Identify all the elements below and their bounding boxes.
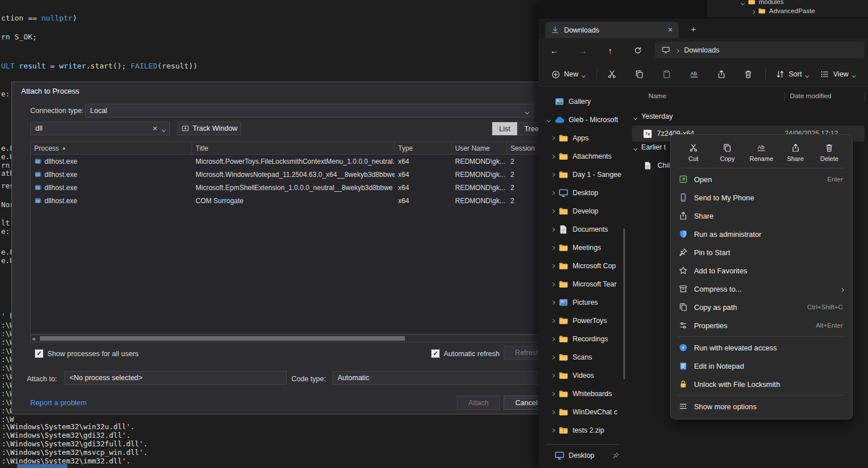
table-row[interactable]: dllhost.exe Microsoft.WindowsNotepad_11.… [31,168,538,181]
header-label: Session [510,144,535,152]
sidebar-item-tests-zip[interactable]: tests 2.zip [543,421,623,439]
close-tab-icon[interactable]: ✕ [668,26,673,34]
column-header-session[interactable]: Session [507,142,538,154]
column-header-process[interactable]: Process▲ [31,142,192,154]
track-window-button[interactable]: Track Window [177,122,241,135]
quick-action-share[interactable]: Share [778,139,813,166]
menu-item-show-more-options[interactable]: Show more options [673,397,850,415]
forward-button[interactable]: → [576,43,590,57]
notepad-icon [679,361,688,370]
scroll-left-icon[interactable]: ◀ [32,336,35,342]
view-button[interactable]: View [816,66,859,82]
connection-type-label: Connection type: [30,106,84,115]
menu-item-run-with-elevated-access[interactable]: Run with elevated access [673,338,850,357]
sidebar-item-windevchat[interactable]: WinDevChat c [543,403,623,421]
menu-item-pin-to-start[interactable]: Pin to Start [673,243,850,261]
process-filter-input[interactable]: dll ✕ [30,122,170,135]
automatic-refresh-checkbox[interactable]: ✓ [431,349,440,358]
connection-type-select[interactable]: Local [85,104,533,118]
sidebar-item-day1[interactable]: Day 1 - Sangee [543,166,623,184]
menu-item-send-to-phone[interactable]: Send to My Phone [673,188,850,207]
tree-view-button[interactable]: Tree [518,122,538,135]
sidebar-item-attachments[interactable]: Attachments [543,147,623,166]
sidebar-item-documents[interactable]: Documents [543,220,623,239]
sidebar-item-develop[interactable]: Develop [543,202,623,220]
show-processes-checkbox[interactable]: ✓ [35,349,43,358]
sidebar-item-desktop[interactable]: Desktop [543,184,623,202]
column-divider[interactable] [784,92,785,101]
menu-separator [678,336,845,337]
group-header-earlier[interactable]: Earlier t [634,143,666,151]
horizontal-scrollbar[interactable]: ◀ [30,334,538,342]
attach-to-field[interactable]: <No process selected> [64,371,287,385]
menu-item-properties[interactable]: Properties Alt+Enter [673,316,850,334]
menu-item-run-as-administrator[interactable]: Run as administrator [673,225,850,243]
rename-button[interactable] [684,66,704,82]
quick-action-copy[interactable]: Copy [711,139,745,166]
quick-action-cut[interactable]: Cut [676,139,711,166]
column-divider[interactable] [865,92,865,101]
scrollbar-thumb[interactable] [40,336,405,341]
sidebar-item-scans[interactable]: Scans [543,348,623,366]
refresh-button[interactable]: Refresh [504,346,538,360]
context-menu: Cut Copy Rename Share Delete Open [670,134,853,419]
downloads-tab[interactable]: Downloads ✕ [545,22,679,38]
sidebar-item-recordings[interactable]: Recordings [543,330,623,348]
sidebar-item-desktop-pinned[interactable]: Desktop [543,446,623,465]
table-row[interactable]: dllhost.exe COM Surrogate x64 REDMOND\gk… [31,194,538,207]
code-type-field[interactable]: Automatic [332,371,538,385]
report-problem-link[interactable]: Report a problem [30,398,87,407]
cut-button[interactable] [602,66,622,82]
menu-item-open[interactable]: Open Enter [673,170,850,188]
table-row[interactable]: dllhost.exe Microsoft.PowerToys.FileLock… [31,155,538,168]
cancel-button[interactable]: Cancel [504,396,538,410]
menu-item-label: Properties [694,321,727,330]
new-button[interactable]: New [546,66,590,82]
copy-button[interactable] [630,66,649,82]
sidebar-item-apps[interactable]: Apps [543,129,623,147]
group-header-yesterday[interactable]: Yesterday [634,112,673,120]
new-tab-button[interactable]: + [688,23,699,34]
share-button[interactable] [712,66,731,82]
menu-item-copy-as-path[interactable]: Copy as path Ctrl+Shift+C [673,298,850,316]
column-header-user[interactable]: User Name [452,142,507,154]
table-row[interactable]: dllhost.exe Microsoft.EpmShellExtension_… [31,181,538,194]
menu-item-compress-to[interactable]: Compress to... [673,280,850,298]
tree-item-modules[interactable]: modules [741,0,784,6]
refresh-button[interactable] [631,43,644,57]
delete-button[interactable] [739,66,758,82]
list-view-button[interactable]: List [492,122,517,135]
sidebar-item-label: Scans [573,353,592,361]
menu-item-unlock-file-locksmith[interactable]: Unlock with File Locksmith [673,375,850,393]
sidebar-item-microsoft-tear[interactable]: Microsoft Tear [543,275,623,293]
menu-item-add-to-favorites[interactable]: Add to Favorites [673,261,850,280]
attach-button[interactable]: Attach [457,396,500,410]
column-header-name[interactable]: Name [648,92,666,100]
up-button[interactable]: ↑ [603,43,617,57]
sidebar-item-microsoft-cop[interactable]: Microsoft Cop [543,257,623,275]
column-header-type[interactable]: Type [395,142,452,154]
menu-item-share[interactable]: Share [673,207,850,225]
sidebar-scrollbar[interactable] [623,228,625,380]
menu-item-label: Show more options [694,402,757,411]
column-header-date-modified[interactable]: Date modified [790,92,832,100]
sort-button[interactable]: Sort [771,66,813,82]
sidebar-item-pictures[interactable]: Pictures [543,293,623,312]
table-header-row: Process▲ Title Type User Name Session [31,142,538,155]
sidebar-item-videos[interactable]: Videos [543,366,623,385]
back-button[interactable]: ← [547,43,561,57]
tree-item-advancedpaste[interactable]: AdvancedPaste [752,7,815,15]
sidebar-item-meetings[interactable]: Meetings [543,239,623,257]
menu-item-edit-in-notepad[interactable]: Edit in Notepad [673,357,850,375]
quick-action-delete[interactable]: Delete [812,139,846,166]
sidebar-item-onedrive[interactable]: Gleb - Microsoft [543,111,623,129]
paste-button[interactable] [657,66,676,82]
address-bar[interactable]: Downloads [655,42,865,58]
sidebar-item-whiteboards[interactable]: Whiteboards [543,385,623,403]
sidebar-item-gallery[interactable]: Gallery [543,92,623,111]
quick-action-rename[interactable]: Rename [744,139,778,166]
filter-dropdown-icon[interactable] [163,124,165,132]
column-header-title[interactable]: Title [192,142,395,154]
clear-filter-icon[interactable]: ✕ [152,125,157,132]
sidebar-item-powertoys[interactable]: PowerToys [543,312,623,330]
